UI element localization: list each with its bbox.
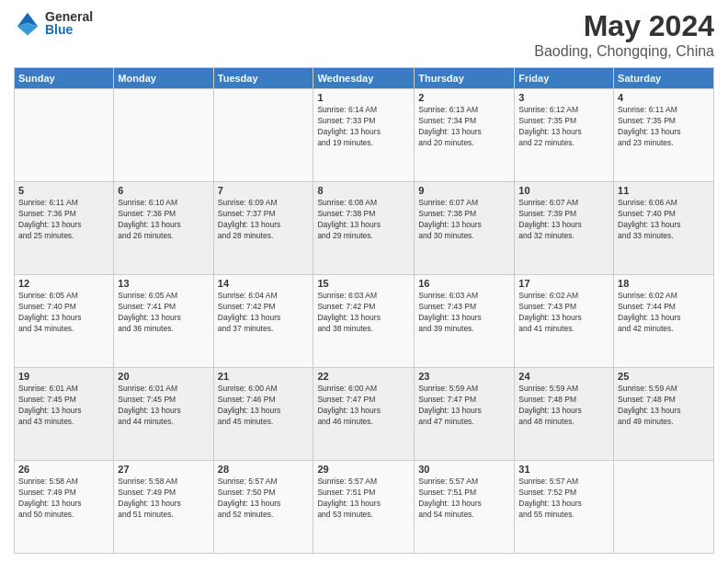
day-detail: Sunrise: 5:59 AM (518, 384, 578, 393)
day-detail: Sunrise: 6:14 AM (317, 105, 377, 114)
calendar-week-4: 26Sunrise: 5:58 AMSunset: 7:49 PMDayligh… (15, 461, 714, 554)
day-detail: Sunrise: 6:11 AM (618, 105, 677, 114)
day-info: Sunrise: 5:57 AMSunset: 7:50 PMDaylight:… (218, 477, 310, 521)
day-detail: Sunrise: 6:05 AM (118, 291, 177, 300)
day-number: 8 (317, 185, 410, 196)
calendar-cell: 21Sunrise: 6:00 AMSunset: 7:46 PMDayligh… (213, 368, 313, 461)
day-detail: and 44 minutes. (118, 417, 173, 426)
calendar-cell: 24Sunrise: 5:59 AMSunset: 7:48 PMDayligh… (515, 368, 614, 461)
daylight-hours-label: Daylight: 13 hours (317, 406, 381, 415)
day-detail: Sunset: 7:42 PM (317, 302, 375, 311)
daylight-hours-label: Daylight: 13 hours (618, 127, 681, 136)
day-detail: Sunrise: 6:07 AM (518, 198, 578, 207)
page: General Blue May 2024 Baoding, Chongqing… (0, 0, 728, 563)
day-number: 20 (118, 371, 209, 382)
calendar-cell: 29Sunrise: 5:57 AMSunset: 7:51 PMDayligh… (313, 461, 415, 554)
calendar-week-1: 5Sunrise: 6:11 AMSunset: 7:36 PMDaylight… (15, 182, 714, 275)
day-detail: and 41 minutes. (518, 324, 574, 333)
day-detail: Sunrise: 5:57 AM (418, 477, 478, 486)
day-detail: Sunrise: 6:11 AM (18, 198, 78, 207)
calendar-cell: 31Sunrise: 5:57 AMSunset: 7:52 PMDayligh… (515, 461, 614, 554)
day-info: Sunrise: 6:01 AMSunset: 7:45 PMDaylight:… (118, 384, 209, 428)
day-header-friday: Friday (515, 68, 614, 89)
day-detail: Sunrise: 6:13 AM (418, 105, 478, 114)
day-detail: and 29 minutes. (317, 231, 372, 240)
daylight-hours-label: Daylight: 13 hours (218, 220, 281, 229)
calendar-cell: 10Sunrise: 6:07 AMSunset: 7:39 PMDayligh… (515, 182, 614, 275)
daylight-hours-label: Daylight: 13 hours (218, 499, 281, 508)
daylight-hours-label: Daylight: 13 hours (518, 127, 582, 136)
month-title: May 2024 (534, 9, 714, 43)
day-number: 27 (118, 464, 209, 475)
day-number: 9 (418, 185, 510, 196)
day-header-sunday: Sunday (15, 68, 114, 89)
day-number: 22 (317, 371, 410, 382)
day-info: Sunrise: 6:02 AMSunset: 7:44 PMDaylight:… (618, 291, 710, 335)
day-detail: and 53 minutes. (317, 510, 372, 519)
day-detail: and 48 minutes. (518, 417, 574, 426)
day-number: 25 (618, 371, 710, 382)
day-detail: Sunset: 7:47 PM (317, 395, 375, 404)
daylight-hours-label: Daylight: 13 hours (518, 220, 582, 229)
day-info: Sunrise: 6:14 AMSunset: 7:33 PMDaylight:… (317, 105, 410, 149)
calendar-cell (15, 89, 114, 182)
day-info: Sunrise: 6:06 AMSunset: 7:40 PMDaylight:… (618, 198, 710, 242)
day-detail: Sunrise: 6:08 AM (317, 198, 377, 207)
day-detail: Sunrise: 5:57 AM (218, 477, 278, 486)
day-header-wednesday: Wednesday (313, 68, 415, 89)
day-info: Sunrise: 6:02 AMSunset: 7:43 PMDaylight:… (518, 291, 609, 335)
calendar-cell (614, 461, 714, 554)
day-detail: Sunset: 7:50 PM (218, 488, 276, 497)
day-detail: Sunrise: 5:57 AM (317, 477, 377, 486)
day-detail: Sunrise: 6:00 AM (317, 384, 377, 393)
day-info: Sunrise: 6:04 AMSunset: 7:42 PMDaylight:… (218, 291, 310, 335)
calendar-week-0: 1Sunrise: 6:14 AMSunset: 7:33 PMDaylight… (15, 89, 714, 182)
daylight-hours-label: Daylight: 13 hours (18, 313, 82, 322)
day-detail: Sunset: 7:45 PM (18, 395, 76, 404)
day-detail: Sunrise: 5:59 AM (618, 384, 677, 393)
daylight-hours-label: Daylight: 13 hours (418, 406, 482, 415)
calendar-cell: 5Sunrise: 6:11 AMSunset: 7:36 PMDaylight… (15, 182, 114, 275)
calendar-cell: 11Sunrise: 6:06 AMSunset: 7:40 PMDayligh… (614, 182, 714, 275)
daylight-hours-label: Daylight: 13 hours (518, 499, 582, 508)
day-detail: and 45 minutes. (218, 417, 273, 426)
day-detail: Sunset: 7:43 PM (418, 302, 476, 311)
daylight-hours-label: Daylight: 13 hours (618, 220, 681, 229)
day-detail: Sunset: 7:51 PM (418, 488, 476, 497)
day-detail: Sunrise: 6:12 AM (518, 105, 578, 114)
day-number: 18 (618, 278, 710, 289)
day-detail: Sunset: 7:45 PM (118, 395, 176, 404)
day-number: 2 (418, 92, 510, 103)
daylight-hours-label: Daylight: 13 hours (18, 220, 82, 229)
day-info: Sunrise: 6:07 AMSunset: 7:39 PMDaylight:… (518, 198, 609, 242)
daylight-hours-label: Daylight: 13 hours (317, 220, 381, 229)
day-number: 3 (518, 92, 609, 103)
day-detail: Sunrise: 5:57 AM (518, 477, 578, 486)
day-number: 13 (118, 278, 209, 289)
day-number: 11 (618, 185, 710, 196)
day-header-tuesday: Tuesday (213, 68, 313, 89)
day-detail: Sunrise: 6:06 AM (618, 198, 677, 207)
day-detail: Sunrise: 5:59 AM (418, 384, 478, 393)
day-info: Sunrise: 6:10 AMSunset: 7:36 PMDaylight:… (118, 198, 209, 242)
day-number: 21 (218, 371, 310, 382)
calendar-cell: 23Sunrise: 5:59 AMSunset: 7:47 PMDayligh… (415, 368, 515, 461)
day-header-saturday: Saturday (614, 68, 714, 89)
day-detail: Sunrise: 5:58 AM (118, 477, 177, 486)
day-info: Sunrise: 6:12 AMSunset: 7:35 PMDaylight:… (518, 105, 609, 149)
day-detail: Sunset: 7:37 PM (218, 209, 276, 218)
day-detail: Sunset: 7:40 PM (618, 209, 676, 218)
calendar-cell: 28Sunrise: 5:57 AMSunset: 7:50 PMDayligh… (213, 461, 313, 554)
day-detail: Sunset: 7:41 PM (118, 302, 176, 311)
daylight-hours-label: Daylight: 13 hours (18, 406, 82, 415)
day-detail: and 28 minutes. (218, 231, 273, 240)
day-info: Sunrise: 6:05 AMSunset: 7:40 PMDaylight:… (18, 291, 109, 335)
day-detail: Sunset: 7:35 PM (618, 116, 676, 125)
daylight-hours-label: Daylight: 13 hours (418, 220, 482, 229)
day-detail: Sunrise: 6:05 AM (18, 291, 78, 300)
day-detail: and 52 minutes. (218, 510, 273, 519)
daylight-hours-label: Daylight: 13 hours (518, 406, 582, 415)
day-info: Sunrise: 6:05 AMSunset: 7:41 PMDaylight:… (118, 291, 209, 335)
day-detail: Sunset: 7:38 PM (418, 209, 476, 218)
calendar-week-2: 12Sunrise: 6:05 AMSunset: 7:40 PMDayligh… (15, 275, 714, 368)
